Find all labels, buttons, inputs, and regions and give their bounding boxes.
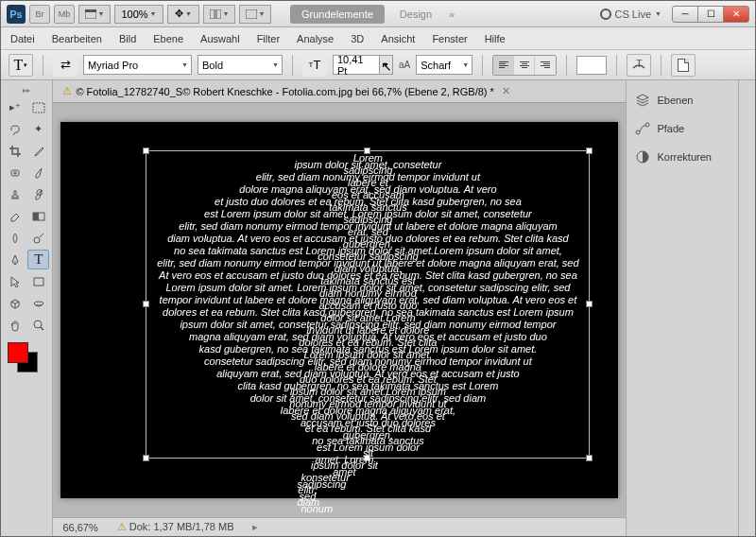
gradient-tool[interactable] bbox=[27, 206, 49, 226]
marquee-tool[interactable] bbox=[27, 97, 49, 117]
foreground-color[interactable] bbox=[8, 342, 28, 363]
align-center-button[interactable] bbox=[514, 56, 535, 75]
handle-nw[interactable] bbox=[143, 147, 149, 154]
svg-text:T: T bbox=[636, 59, 643, 69]
eraser-tool[interactable] bbox=[4, 206, 26, 226]
3d-camera-tool[interactable] bbox=[27, 293, 49, 313]
canvas[interactable]: Lorem ipsum dolor sit amet, consetetur s… bbox=[60, 122, 618, 498]
panel-korrekturen[interactable]: Korrekturen bbox=[632, 143, 732, 171]
menu-filter[interactable]: Filter bbox=[257, 33, 280, 44]
menubar: Datei Bearbeiten Bild Ebene Auswahl Filt… bbox=[1, 27, 755, 50]
cslive-button[interactable]: CS Live▼ bbox=[600, 9, 662, 20]
hand-tool[interactable] bbox=[4, 315, 26, 335]
zoom-level[interactable]: 66,67% bbox=[62, 522, 97, 533]
menu-fenster[interactable]: Fenster bbox=[432, 33, 467, 44]
font-family-select[interactable]: Myriad Pro bbox=[83, 55, 192, 75]
paths-icon bbox=[634, 120, 651, 137]
panel-rail[interactable] bbox=[738, 80, 755, 536]
font-size-input[interactable]: 10,41 Pt bbox=[333, 55, 380, 75]
handle-e[interactable] bbox=[586, 301, 593, 307]
menu-hilfe[interactable]: Hilfe bbox=[485, 33, 506, 44]
panels-dock: Ebenen Pfade Korrekturen bbox=[626, 80, 738, 536]
handle-ne[interactable] bbox=[586, 147, 593, 154]
warning-icon: ⚠ bbox=[62, 85, 72, 97]
svg-rect-1 bbox=[85, 9, 96, 12]
panel-pfade[interactable]: Pfade bbox=[632, 114, 732, 143]
more-workspaces[interactable]: » bbox=[449, 9, 455, 20]
svg-rect-4 bbox=[246, 9, 257, 19]
menu-auswahl[interactable]: Auswahl bbox=[200, 33, 240, 44]
zoom-dropdown[interactable]: 100% bbox=[114, 5, 163, 24]
close-document-button[interactable]: ✕ bbox=[502, 85, 510, 97]
screen-mode-dropdown[interactable] bbox=[239, 5, 271, 24]
text-orientation-button[interactable]: ⇄ bbox=[53, 54, 77, 77]
layers-icon bbox=[634, 92, 651, 109]
bridge-button[interactable]: Br bbox=[29, 5, 50, 24]
eyedropper-tool[interactable] bbox=[27, 141, 49, 161]
pen-tool[interactable] bbox=[4, 250, 26, 269]
menu-ansicht[interactable]: Ansicht bbox=[381, 33, 415, 44]
minibridge-button[interactable]: Mb bbox=[54, 5, 75, 24]
font-size-dropdown[interactable]: ▼ bbox=[380, 55, 393, 75]
dodge-tool[interactable] bbox=[27, 228, 49, 248]
antialias-select[interactable]: Scharf bbox=[416, 55, 472, 75]
svg-rect-6 bbox=[33, 103, 44, 113]
cslive-icon bbox=[600, 9, 611, 20]
speech-bubble-text: Lorem ipsum dolor sit amet, consetetur s… bbox=[155, 155, 580, 448]
color-picker[interactable] bbox=[4, 342, 49, 376]
font-weight-select[interactable]: Bold bbox=[198, 55, 283, 75]
tool-preset-icon[interactable]: T▾ bbox=[9, 54, 33, 77]
status-arrow[interactable]: ▸ bbox=[252, 521, 258, 533]
panel-ebenen[interactable]: Ebenen bbox=[632, 86, 732, 114]
menu-bild[interactable]: Bild bbox=[119, 33, 136, 44]
tools-collapse[interactable]: ▸▸ bbox=[4, 84, 49, 95]
close-button[interactable]: ✕ bbox=[723, 6, 749, 23]
warp-text-button[interactable]: T bbox=[627, 54, 651, 77]
type-tool[interactable]: T bbox=[27, 250, 49, 269]
healing-tool[interactable] bbox=[4, 163, 26, 182]
zoom-tool[interactable] bbox=[27, 315, 49, 335]
text-align-group bbox=[492, 55, 557, 76]
divider bbox=[616, 55, 617, 76]
status-bar: 66,67% ⚠ Dok: 1,37 MB/1,78 MB ▸ bbox=[53, 517, 626, 536]
maximize-button[interactable]: ☐ bbox=[697, 6, 724, 23]
handle-w[interactable] bbox=[143, 301, 149, 307]
blur-tool[interactable] bbox=[4, 228, 26, 248]
workspace-design[interactable]: Design bbox=[390, 5, 441, 24]
text-color-swatch[interactable] bbox=[576, 56, 607, 75]
move-tool[interactable]: ▸⁺ bbox=[4, 97, 26, 117]
path-select-tool[interactable] bbox=[4, 271, 26, 291]
menu-bearbeiten[interactable]: Bearbeiten bbox=[52, 33, 102, 44]
lasso-tool[interactable] bbox=[4, 119, 26, 139]
svg-rect-9 bbox=[33, 213, 39, 220]
3d-object-tool[interactable] bbox=[4, 293, 26, 313]
handle-sw[interactable] bbox=[143, 455, 149, 461]
menu-ebene[interactable]: Ebene bbox=[153, 33, 183, 44]
stamp-tool[interactable] bbox=[4, 184, 26, 204]
wand-tool[interactable]: ✦ bbox=[27, 119, 49, 139]
handle-se[interactable] bbox=[586, 455, 593, 461]
svg-point-14 bbox=[636, 130, 640, 134]
photoshop-icon: Ps bbox=[7, 5, 26, 24]
doc-info[interactable]: ⚠ Dok: 1,37 MB/1,78 MB bbox=[117, 521, 234, 533]
shape-tool[interactable] bbox=[27, 271, 49, 291]
character-panel-button[interactable] bbox=[671, 54, 696, 77]
workspace-grundelemente[interactable]: Grundelemente bbox=[290, 5, 385, 24]
arrange-dropdown[interactable] bbox=[203, 5, 235, 24]
menu-3d[interactable]: 3D bbox=[351, 33, 364, 44]
brush-tool[interactable] bbox=[27, 163, 49, 182]
menu-analyse[interactable]: Analyse bbox=[297, 33, 334, 44]
history-brush-tool[interactable] bbox=[27, 184, 49, 204]
svg-rect-2 bbox=[210, 9, 215, 19]
view-mode-dropdown[interactable] bbox=[78, 5, 111, 24]
align-left-button[interactable] bbox=[493, 56, 514, 75]
hand-dropdown[interactable]: ✥ bbox=[167, 5, 199, 24]
svg-point-15 bbox=[645, 123, 649, 127]
crop-tool[interactable] bbox=[4, 141, 26, 161]
minimize-button[interactable]: ─ bbox=[672, 6, 698, 23]
menu-datei[interactable]: Datei bbox=[10, 33, 35, 44]
align-right-button[interactable] bbox=[535, 56, 556, 75]
document-tab[interactable]: ⚠ © Fotolia_12782740_S© Robert Kneschke … bbox=[53, 80, 626, 103]
adjustments-icon bbox=[634, 148, 651, 165]
document-title: © Fotolia_12782740_S© Robert Kneschke - … bbox=[76, 86, 493, 97]
